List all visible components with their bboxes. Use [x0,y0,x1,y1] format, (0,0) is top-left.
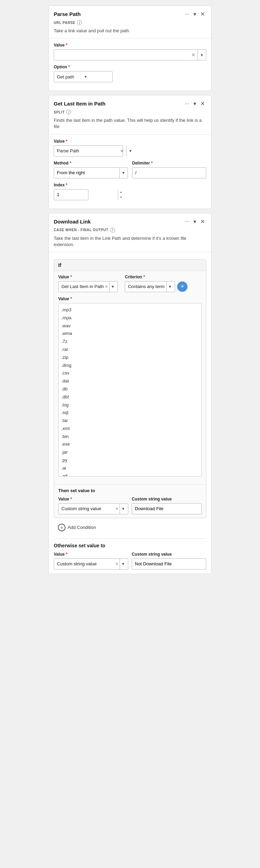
get-last-item-index-up-btn[interactable]: ▲ [118,189,124,195]
list-item: .ai [61,464,199,472]
criterion-value-chevron-btn[interactable]: ▾ [109,281,116,292]
criterion-value-clear-btn[interactable]: ✕ [104,284,109,289]
if-body: Value * Get Last Item in Path ✕ ▾ Criter… [54,271,206,484]
get-last-item-collapse-btn[interactable]: ▾ [192,100,198,108]
parse-path-value-clear-btn[interactable]: ✕ [189,52,198,58]
parse-path-option-select[interactable]: Get path ▾ [54,71,113,82]
get-last-item-value-clear-btn[interactable]: ✕ [118,148,126,154]
list-item: .sql [61,409,199,417]
get-last-item-method-value[interactable] [54,170,119,175]
otherwise-value-select[interactable]: Custom string value ✕ ▾ [54,558,128,570]
list-item: .tar [61,417,199,425]
parse-path-option-label: Option * [54,65,206,69]
otherwise-section: Otherwise set value to Value * Custom st… [49,539,211,574]
parse-path-collapse-btn[interactable]: ▾ [192,10,198,18]
get-last-item-value-input[interactable] [54,148,118,153]
get-last-item-value-label: Value * [54,139,206,144]
then-value-chevron-btn[interactable]: ▾ [120,504,127,514]
get-last-item-method-chevron[interactable]: ▾ [119,168,128,178]
get-last-item-delimiter-label: Delimiter * [132,161,206,166]
criterion-type-text: Contains any term [128,284,166,289]
criterion-row: Value * Get Last Item in Path ✕ ▾ Criter… [58,275,202,292]
get-last-item-index-spinners: ▲ ▼ [118,189,124,200]
otherwise-custom-label: Custom string value [132,552,206,557]
then-row: Value * Custom string value ✕ ▾ Custom s… [58,497,202,514]
parse-path-info-icon[interactable]: i [77,20,82,25]
get-last-item-subtitle: SPLIT i [49,109,211,117]
values-field: Value * .mp3.mpa.wav.wma.7z.rar.zip.dmg.… [58,296,202,477]
get-last-item-method-field: Method * ▾ [54,161,128,178]
otherwise-value-clear-btn[interactable]: ✕ [114,562,120,566]
download-link-body: If Value * Get Last Item in Path ✕ ▾ [49,252,211,538]
add-condition-btn[interactable]: + Add Condition [54,521,100,534]
values-label: Value * [58,296,202,301]
get-last-item-close-btn[interactable]: ✕ [199,100,206,108]
then-value-clear-btn[interactable]: ✕ [114,506,120,511]
download-link-badge: CASE WHEN - FINAL OUTPUT [54,228,109,232]
parse-path-value-input[interactable] [54,52,189,58]
download-link-title: Download Link [54,219,91,225]
otherwise-value-label: Value * [54,552,128,557]
get-last-item-delimiter-input[interactable] [132,167,206,178]
parse-path-value-label: Value * [54,43,206,48]
get-last-item-index-input[interactable] [54,192,118,197]
list-item: .dbf [61,393,199,401]
parse-path-badge: URL PARSE [54,21,75,25]
get-last-item-more-btn[interactable]: ··· [183,100,191,108]
if-container: If Value * Get Last Item in Path ✕ ▾ [54,259,206,518]
get-last-item-index-label: Index * [54,183,206,187]
parse-path-close-btn[interactable]: ✕ [199,10,206,18]
then-custom-label: Custom string value [132,497,202,502]
get-last-item-info-icon[interactable]: i [66,110,71,115]
list-item: .rar [61,346,199,354]
then-custom-input[interactable] [132,503,202,514]
list-item: .dat [61,377,199,385]
list-item: .zip [61,354,199,362]
criterion-value-select[interactable]: Get Last Item in Path ✕ ▾ [58,281,118,292]
get-last-item-index-down-btn[interactable]: ▼ [118,195,124,200]
criterion-add-btn[interactable]: + [177,281,188,292]
list-item: .log [61,401,199,409]
criterion-value-col: Value * Get Last Item in Path ✕ ▾ [58,275,118,292]
criterion-type-select[interactable]: Contains any term ▾ [125,281,175,292]
list-item: .wav [61,322,199,330]
get-last-item-value-dropdown-btn[interactable]: ▾ [126,146,135,156]
otherwise-custom-input[interactable] [132,558,206,570]
download-link-subtitle: CASE WHEN - FINAL OUTPUT i [49,227,211,235]
get-last-item-value-input-wrapper: ✕ ▾ [54,145,123,157]
parse-path-desc: Take a link value and pull out the path [49,27,211,39]
list-item: .db [61,385,199,393]
download-link-close-btn[interactable]: ✕ [199,218,206,226]
criterion-type-chevron-btn[interactable]: ▾ [166,281,173,292]
list-item: .wma [61,330,199,338]
then-section: Then set value to Value * Custom string … [54,484,206,518]
list-item: .csv [61,369,199,377]
then-label: Then set value to [58,488,202,493]
add-condition-label: Add Condition [68,525,96,530]
parse-path-value-dropdown-btn[interactable]: ▾ [198,50,206,60]
get-last-item-method-label: Method * [54,161,128,166]
download-link-collapse-btn[interactable]: ▾ [192,218,198,226]
then-value-col: Value * Custom string value ✕ ▾ [58,497,128,514]
criterion-value-label: Value * [58,275,118,279]
parse-path-actions: ··· ▾ ✕ [183,10,206,18]
download-link-more-btn[interactable]: ··· [183,218,191,225]
get-last-item-delimiter-field: Delimiter * [132,161,206,178]
then-value-label: Value * [58,497,128,502]
download-link-info-icon[interactable]: i [110,228,115,233]
download-link-card: Download Link ··· ▾ ✕ CASE WHEN - FINAL … [49,213,211,574]
values-box[interactable]: .mp3.mpa.wav.wma.7z.rar.zip.dmg.csv.dat.… [58,303,202,477]
parse-path-more-btn[interactable]: ··· [183,10,191,18]
get-last-item-index-wrapper: ▲ ▼ [54,189,88,200]
get-last-item-method-select[interactable]: ▾ [54,167,128,178]
list-item: .xml [61,425,199,433]
otherwise-row: Value * Custom string value ✕ ▾ Custom s… [54,552,206,570]
add-condition-plus-icon: + [58,524,66,531]
list-item: .7z [61,338,199,346]
otherwise-value-chevron-btn[interactable]: ▾ [120,559,127,569]
criterion-col: Criterion * Contains any term ▾ + [125,275,188,292]
get-last-item-title: Get Last Item in Path [54,101,105,107]
download-link-desc: Take the last item in the Link Path and … [49,235,211,252]
get-last-item-badge: SPLIT [54,110,64,114]
then-value-select[interactable]: Custom string value ✕ ▾ [58,503,128,514]
